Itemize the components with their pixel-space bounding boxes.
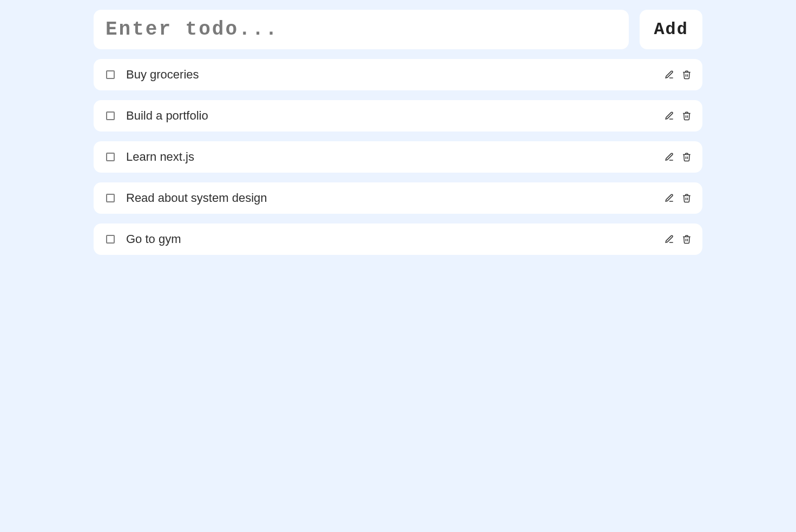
todo-text: Build a portfolio <box>126 109 665 123</box>
todo-item: Buy groceries <box>94 59 702 90</box>
edit-icon <box>665 193 674 203</box>
todo-actions <box>665 234 692 244</box>
edit-icon <box>665 70 674 80</box>
app-container: Add Buy groceries <box>88 10 708 255</box>
edit-button[interactable] <box>665 111 674 121</box>
todo-text: Read about system design <box>126 191 665 205</box>
todo-input[interactable] <box>94 10 629 49</box>
edit-button[interactable] <box>665 234 674 244</box>
square-icon <box>106 70 115 79</box>
trash-icon <box>682 234 692 244</box>
todo-checkbox[interactable] <box>104 69 116 81</box>
square-icon <box>106 235 115 244</box>
todo-checkbox[interactable] <box>104 151 116 163</box>
edit-icon <box>665 152 674 162</box>
trash-icon <box>682 193 692 203</box>
todo-actions <box>665 152 692 162</box>
input-row: Add <box>94 10 702 49</box>
edit-button[interactable] <box>665 152 674 162</box>
todo-actions <box>665 111 692 121</box>
todo-item: Learn next.js <box>94 141 702 173</box>
todo-text: Buy groceries <box>126 68 665 82</box>
todo-text: Learn next.js <box>126 150 665 164</box>
edit-icon <box>665 234 674 244</box>
trash-icon <box>682 70 692 80</box>
todo-item: Build a portfolio <box>94 100 702 132</box>
todo-list: Buy groceries <box>94 59 702 255</box>
edit-button[interactable] <box>665 70 674 80</box>
delete-button[interactable] <box>682 152 692 162</box>
square-icon <box>106 111 115 120</box>
todo-actions <box>665 193 692 203</box>
todo-checkbox[interactable] <box>104 192 116 204</box>
todo-item: Read about system design <box>94 182 702 214</box>
todo-item: Go to gym <box>94 224 702 255</box>
todo-actions <box>665 70 692 80</box>
todo-checkbox[interactable] <box>104 110 116 122</box>
delete-button[interactable] <box>682 234 692 244</box>
todo-checkbox[interactable] <box>104 233 116 245</box>
delete-button[interactable] <box>682 111 692 121</box>
delete-button[interactable] <box>682 70 692 80</box>
edit-button[interactable] <box>665 193 674 203</box>
trash-icon <box>682 152 692 162</box>
edit-icon <box>665 111 674 121</box>
square-icon <box>106 153 115 161</box>
todo-text: Go to gym <box>126 232 665 246</box>
square-icon <box>106 194 115 202</box>
add-button[interactable]: Add <box>640 10 702 49</box>
delete-button[interactable] <box>682 193 692 203</box>
trash-icon <box>682 111 692 121</box>
